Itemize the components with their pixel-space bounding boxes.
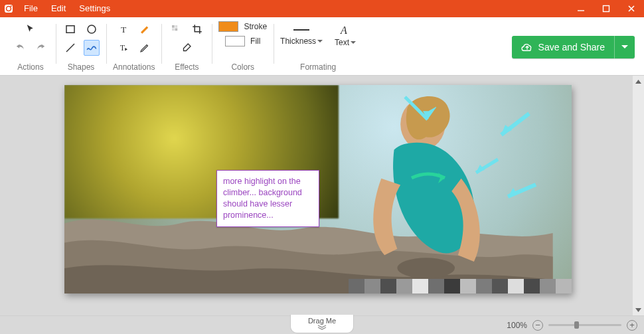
zoom-controls: 100% − +	[507, 320, 644, 331]
statusbar: Drag Me 100% − +	[0, 315, 644, 334]
ellipse-tool-icon[interactable]	[84, 21, 100, 37]
pen-tool-icon[interactable]	[137, 40, 153, 56]
save-and-share-button[interactable]: Save and Share	[512, 36, 635, 58]
fill-color-swatch[interactable]	[225, 36, 245, 46]
thickness-label: Thickness	[280, 37, 316, 46]
svg-text:T: T	[121, 25, 127, 35]
group-label-shapes: Shapes	[68, 60, 95, 72]
svg-rect-10	[172, 29, 175, 31]
text-callout-tool-icon[interactable]: T	[116, 40, 131, 56]
zoom-slider[interactable]	[548, 324, 621, 326]
thickness-button[interactable]: Thickness	[280, 25, 323, 46]
crop-tool-icon[interactable]	[189, 21, 205, 37]
zoom-in-button[interactable]: +	[627, 320, 637, 331]
chevron-down-icon	[351, 41, 356, 44]
annotation-text: more highlight on the climber... backgro…	[223, 177, 302, 220]
window-close-icon[interactable]	[619, 0, 644, 17]
svg-text:T: T	[120, 43, 125, 52]
group-label-formating: Formating	[300, 60, 336, 72]
pointer-tool-icon[interactable]	[23, 21, 39, 37]
group-label-colors: Colors	[231, 60, 254, 72]
text-format-label: Text	[335, 38, 349, 47]
line-tool-icon[interactable]	[62, 40, 78, 56]
menu-settings[interactable]: Settings	[72, 0, 117, 17]
save-button-label: Save and Share	[538, 42, 605, 52]
group-colors: Stroke Fill Colors	[212, 20, 274, 73]
window-maximize-icon[interactable]	[594, 0, 619, 17]
stroke-color-swatch[interactable]	[218, 21, 238, 32]
svg-text:A: A	[340, 25, 347, 36]
chevron-down-icon	[317, 40, 323, 43]
group-effects: Effects	[161, 20, 212, 73]
drag-label: Drag Me	[308, 317, 336, 325]
eyedropper-tool-icon[interactable]	[179, 40, 195, 56]
annotation-arrow	[408, 165, 455, 191]
stroke-label: Stroke	[244, 22, 267, 31]
annotation-arrow	[468, 154, 505, 181]
svg-rect-8	[172, 25, 175, 28]
highlighter-tool-icon[interactable]	[137, 21, 153, 37]
undo-icon[interactable]	[12, 40, 28, 56]
pixelate-overlay	[349, 279, 572, 293]
menu-file[interactable]: File	[17, 0, 44, 17]
chevron-double-down-icon	[317, 325, 327, 330]
window-minimize-icon[interactable]	[568, 0, 594, 17]
text-tool-icon[interactable]: T	[116, 21, 131, 37]
svg-rect-3	[604, 6, 609, 12]
group-annotations: T T Annotations	[106, 20, 161, 73]
zoom-out-button[interactable]: −	[532, 320, 543, 331]
svg-rect-9	[175, 25, 178, 28]
group-actions: Actions	[5, 20, 56, 73]
pixelate-tool-icon[interactable]	[168, 21, 184, 37]
titlebar: File Edit Settings	[0, 0, 644, 17]
drag-handle[interactable]: Drag Me	[290, 315, 354, 333]
text-format-button[interactable]: A Text	[335, 24, 356, 47]
group-label-actions: Actions	[17, 60, 43, 72]
zoom-value: 100%	[507, 321, 527, 330]
scroll-up-icon[interactable]	[633, 76, 644, 87]
group-shapes: Shapes	[56, 20, 106, 73]
app-logo-icon	[0, 0, 17, 17]
rectangle-tool-icon[interactable]	[62, 21, 78, 37]
cloud-upload-icon	[521, 41, 533, 53]
annotation-arrow	[489, 108, 536, 145]
annotation-arrow	[400, 92, 436, 128]
fill-label: Fill	[250, 37, 260, 46]
scroll-down-icon[interactable]	[633, 304, 644, 315]
svg-point-14	[397, 258, 455, 278]
annotation-callout[interactable]: more highlight on the climber... backgro…	[216, 170, 319, 227]
save-dropdown-icon[interactable]	[615, 36, 635, 58]
group-formating: Thickness A Text Formating	[274, 20, 362, 73]
freehand-tool-icon[interactable]	[84, 40, 100, 56]
svg-point-2	[11, 5, 12, 7]
group-label-annotations: Annotations	[113, 60, 155, 72]
canvas-area: more highlight on the climber... backgro…	[0, 76, 644, 315]
redo-icon[interactable]	[33, 40, 49, 56]
annotation-arrow	[496, 178, 542, 205]
menu-edit[interactable]: Edit	[44, 0, 72, 17]
ribbon: Actions Shapes T T Annotations	[0, 17, 644, 76]
svg-point-5	[88, 25, 96, 33]
image-canvas[interactable]: more highlight on the climber... backgro…	[64, 85, 572, 293]
svg-rect-11	[175, 29, 178, 31]
svg-rect-4	[66, 26, 74, 33]
group-label-effects: Effects	[175, 60, 199, 72]
vertical-scrollbar[interactable]	[633, 76, 644, 315]
